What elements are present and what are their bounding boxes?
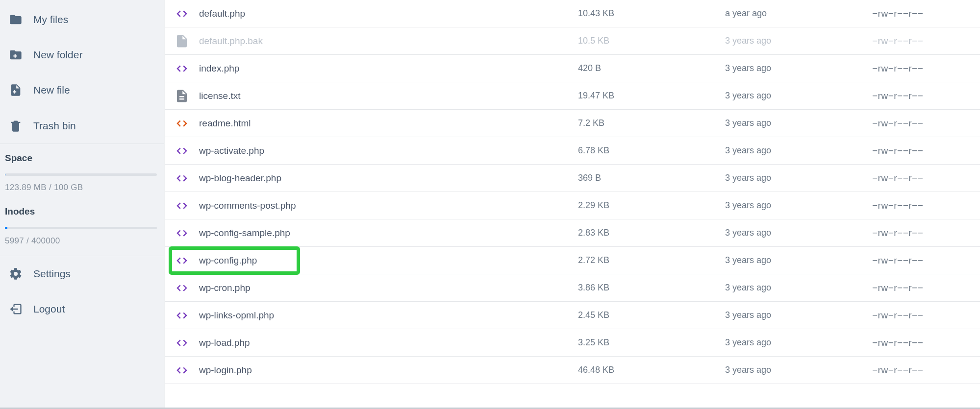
code-icon xyxy=(175,61,189,76)
file-row[interactable]: wp-comments-post.php2.29 KB3 years ago−r… xyxy=(165,192,980,219)
file-permissions: −rw−r−−r−− xyxy=(872,8,980,19)
sidebar-item-label: New file xyxy=(33,84,70,96)
file-size: 46.48 KB xyxy=(578,365,725,375)
file-modified: 3 years ago xyxy=(725,145,872,156)
sidebar-item-label: New folder xyxy=(33,49,82,61)
file-permissions: −rw−r−−r−− xyxy=(872,255,980,266)
sidebar-item-trash-bin[interactable]: Trash bin xyxy=(0,108,164,144)
file-row[interactable]: wp-cron.php3.86 KB3 years ago−rw−r−−r−− xyxy=(165,274,980,302)
file-name: readme.html xyxy=(199,118,578,129)
code-icon xyxy=(175,198,189,213)
file-type-icon-cell xyxy=(165,226,199,241)
file-type-icon-cell xyxy=(165,253,199,268)
file-size: 2.72 KB xyxy=(578,255,725,265)
file-permissions: −rw−r−−r−− xyxy=(872,365,980,376)
file-name: wp-config-sample.php xyxy=(199,228,578,239)
file-modified: 3 years ago xyxy=(725,255,872,265)
file-type-icon-cell xyxy=(165,144,199,158)
file-type-icon-cell xyxy=(165,336,199,350)
code-icon xyxy=(175,308,189,323)
logout-icon xyxy=(9,302,23,316)
file-type-icon-cell xyxy=(165,6,199,21)
file-modified: a year ago xyxy=(725,8,872,19)
file-modified: 3 years ago xyxy=(725,91,872,101)
file-name: wp-blog-header.php xyxy=(199,173,578,184)
file-modified: 3 years ago xyxy=(725,63,872,73)
file-row[interactable]: wp-links-opml.php2.45 KB3 years ago−rw−r… xyxy=(165,302,980,329)
file-name: wp-activate.php xyxy=(199,145,578,156)
sidebar-item-my-files[interactable]: My files xyxy=(0,2,164,37)
file-permissions: −rw−r−−r−− xyxy=(872,118,980,129)
file-type-icon-cell xyxy=(165,363,199,378)
file-name: wp-load.php xyxy=(199,337,578,348)
space-usage-value: 123.89 MB / 100 GB xyxy=(5,183,159,192)
code-icon xyxy=(175,253,189,268)
file-modified: 3 years ago xyxy=(725,365,872,375)
file-size: 6.78 KB xyxy=(578,145,725,156)
code-icon xyxy=(175,363,189,378)
file-modified: 3 years ago xyxy=(725,228,872,238)
file-row[interactable]: default.php10.43 KBa year ago−rw−r−−r−− xyxy=(165,0,980,27)
file-row[interactable]: wp-login.php46.48 KB3 years ago−rw−r−−r−… xyxy=(165,357,980,384)
file-icon xyxy=(175,34,189,48)
file-size: 2.45 KB xyxy=(578,310,725,320)
file-row[interactable]: readme.html7.2 KB3 years ago−rw−r−−r−− xyxy=(165,110,980,137)
file-name: index.php xyxy=(199,63,578,74)
inodes-progress-bar xyxy=(5,227,157,229)
file-permissions: −rw−r−−r−− xyxy=(872,36,980,47)
file-row[interactable]: wp-activate.php6.78 KB3 years ago−rw−r−−… xyxy=(165,137,980,165)
file-size: 3.25 KB xyxy=(578,337,725,348)
file-permissions: −rw−r−−r−− xyxy=(872,283,980,293)
file-row[interactable]: wp-load.php3.25 KB3 years ago−rw−r−−r−− xyxy=(165,329,980,357)
file-modified: 3 years ago xyxy=(725,173,872,183)
file-name: default.php xyxy=(199,8,578,19)
file-name: wp-comments-post.php xyxy=(199,200,578,211)
trash-icon xyxy=(9,119,23,133)
file-type-icon-cell xyxy=(165,61,199,76)
file-row[interactable]: license.txt19.47 KB3 years ago−rw−r−−r−− xyxy=(165,82,980,110)
file-modified: 3 years ago xyxy=(725,200,872,211)
file-permissions: −rw−r−−r−− xyxy=(872,337,980,348)
file-type-icon-cell xyxy=(165,34,199,48)
sidebar-item-new-file[interactable]: New file xyxy=(0,72,164,108)
file-size: 3.86 KB xyxy=(578,283,725,293)
code-icon xyxy=(175,336,189,350)
file-name: default.php.bak xyxy=(199,36,578,47)
file-modified: 3 years ago xyxy=(725,310,872,320)
inodes-usage-value: 5997 / 400000 xyxy=(5,236,159,246)
code-icon xyxy=(175,171,189,186)
file-type-icon-cell xyxy=(165,281,199,295)
file-name: wp-config.php xyxy=(199,255,578,266)
space-usage-block: Space 123.89 MB / 100 GB Inodes 5997 / 4… xyxy=(0,144,164,250)
file-row[interactable]: wp-config.php2.72 KB3 years ago−rw−r−−r−… xyxy=(165,247,980,274)
sidebar-item-settings[interactable]: Settings xyxy=(0,256,164,291)
file-modified: 3 years ago xyxy=(725,337,872,348)
file-type-icon-cell xyxy=(165,198,199,213)
sidebar-item-label: Logout xyxy=(33,303,65,315)
file-row[interactable]: wp-blog-header.php369 B3 years ago−rw−r−… xyxy=(165,165,980,192)
file-text-icon xyxy=(175,89,189,103)
sidebar-item-logout[interactable]: Logout xyxy=(0,291,164,327)
file-row[interactable]: default.php.bak10.5 KB3 years ago−rw−r−−… xyxy=(165,27,980,55)
inodes-title: Inodes xyxy=(5,206,159,217)
file-row[interactable]: index.php420 B3 years ago−rw−r−−r−− xyxy=(165,55,980,82)
file-permissions: −rw−r−−r−− xyxy=(872,63,980,74)
file-type-icon-cell xyxy=(165,89,199,103)
sidebar-item-new-folder[interactable]: New folder xyxy=(0,37,164,72)
sidebar-item-label: Settings xyxy=(33,268,71,280)
file-size: 7.2 KB xyxy=(578,118,725,128)
file-size: 420 B xyxy=(578,63,725,73)
file-row[interactable]: wp-config-sample.php2.83 KB3 years ago−r… xyxy=(165,219,980,247)
file-permissions: −rw−r−−r−− xyxy=(872,145,980,156)
code-icon xyxy=(175,226,189,241)
file-modified: 3 years ago xyxy=(725,118,872,128)
file-name: wp-cron.php xyxy=(199,283,578,293)
file-permissions: −rw−r−−r−− xyxy=(872,173,980,184)
file-modified: 3 years ago xyxy=(725,283,872,293)
code-icon xyxy=(175,144,189,158)
file-size: 369 B xyxy=(578,173,725,183)
gear-icon xyxy=(9,267,23,281)
file-type-icon-cell xyxy=(165,171,199,186)
file-permissions: −rw−r−−r−− xyxy=(872,228,980,239)
space-progress-bar xyxy=(5,173,157,176)
